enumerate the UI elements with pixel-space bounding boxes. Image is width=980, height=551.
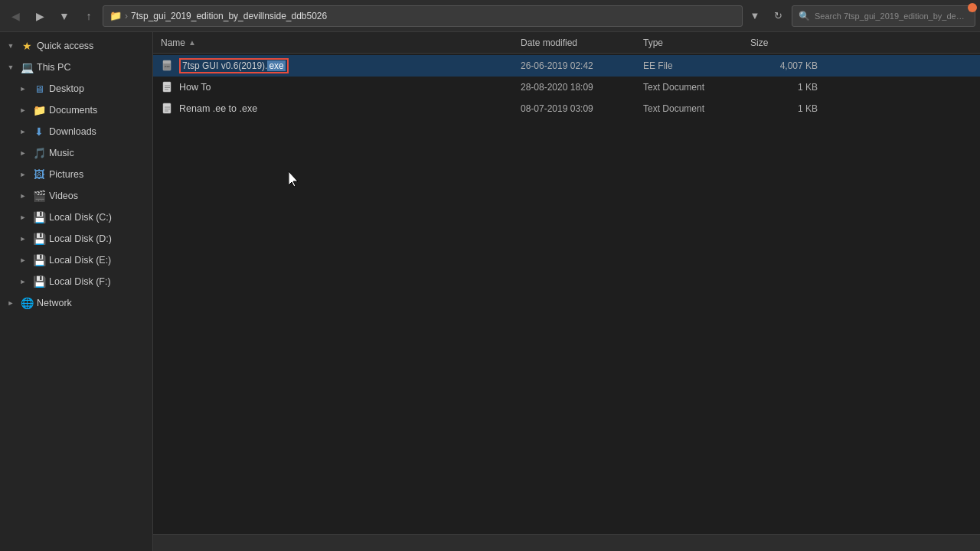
forward-button[interactable]: ▶ [29, 5, 51, 27]
file-date: 28-08-2020 18:09 [516, 82, 639, 93]
local-d-label: Local Disk (D:) [49, 233, 112, 244]
refresh-button[interactable]: ↻ [767, 5, 789, 27]
expand-network[interactable]: ► [5, 297, 17, 309]
file-name: How To [179, 82, 211, 93]
file-size: 1 KB [746, 82, 822, 93]
expand-local-e[interactable]: ► [17, 254, 29, 266]
local-e-label: Local Disk (E:) [49, 255, 111, 266]
col-header-name[interactable]: Name ▲ [156, 32, 516, 53]
txt-file-icon [161, 80, 175, 94]
quick-access-label: Quick access [37, 41, 93, 51]
pictures-icon: 🖼 [32, 168, 46, 181]
sidebar-item-desktop[interactable]: ► 🖥 Desktop [0, 78, 152, 99]
file-list: .exe 7tsp GUI v0.6(2019).exe 26-06-2019 … [153, 54, 980, 534]
local-c-label: Local Disk (C:) [49, 212, 112, 223]
svg-text:.exe: .exe [164, 64, 170, 68]
downloads-icon: ⬇ [32, 125, 46, 139]
file-size: 4,007 KB [746, 60, 822, 71]
expand-local-c[interactable]: ► [17, 211, 29, 223]
address-path[interactable]: 7tsp_gui_2019_edition_by_devillnside_ddb… [131, 11, 327, 21]
expand-quick-access[interactable]: ▼ [5, 40, 17, 52]
col-header-date[interactable]: Date modified [516, 32, 639, 53]
search-box[interactable]: 🔍 Search 7tsp_gui_2019_edition_by_devill… [792, 5, 975, 27]
drive-d-icon: 💾 [32, 232, 46, 246]
file-name-cell: .exe 7tsp GUI v0.6(2019).exe [156, 58, 516, 73]
desktop-icon: 🖥 [32, 82, 46, 96]
sidebar-item-this-pc[interactable]: ▼ 💻 This PC [0, 57, 152, 78]
sidebar-item-documents[interactable]: ► 📁 Documents [0, 99, 152, 121]
sidebar-item-downloads[interactable]: ► ⬇ Downloads [0, 121, 152, 142]
sidebar-item-local-d[interactable]: ► 💾 Local Disk (D:) [0, 228, 152, 249]
sidebar-item-local-c[interactable]: ► 💾 Local Disk (C:) [0, 207, 152, 228]
file-type: EE File [639, 60, 746, 71]
sidebar-item-network[interactable]: ► 🌐 Network [0, 292, 152, 314]
svg-rect-7 [163, 103, 171, 113]
rename-container[interactable]: 7tsp GUI v0.6(2019).exe [179, 58, 289, 73]
address-bar: ◀ ▶ ▼ ↑ 📁 › 7tsp_gui_2019_edition_by_dev… [0, 0, 980, 32]
drive-f-icon: 💾 [32, 275, 46, 289]
search-placeholder: Search 7tsp_gui_2019_edition_by_devillns… [815, 11, 969, 21]
rename-prefix: 7tsp GUI v0.6(2019). [182, 60, 267, 71]
music-icon: 🎵 [32, 146, 46, 160]
network-icon: 🌐 [20, 296, 34, 310]
file-size: 1 KB [746, 103, 822, 114]
status-bar [153, 534, 980, 551]
downloads-label: Downloads [49, 126, 96, 137]
expand-videos[interactable]: ► [17, 190, 29, 202]
expand-local-f[interactable]: ► [17, 276, 29, 288]
pictures-label: Pictures [49, 169, 83, 180]
table-row[interactable]: Renam .ee to .exe 08-07-2019 03:09 Text … [153, 98, 980, 119]
star-icon: ★ [20, 39, 34, 53]
file-name-cell: Renam .ee to .exe [156, 102, 516, 116]
file-type: Text Document [639, 82, 746, 93]
this-pc-label: This PC [37, 62, 70, 73]
expand-local-d[interactable]: ► [17, 233, 29, 245]
sidebar-item-music[interactable]: ► 🎵 Music [0, 142, 152, 164]
expand-this-pc[interactable]: ▼ [5, 61, 17, 73]
file-name: Renam .ee to .exe [179, 103, 257, 114]
exe-file-icon: .exe [161, 59, 175, 73]
txt-file-icon [161, 102, 175, 116]
file-list-header: Name ▲ Date modified Type Size [153, 32, 980, 54]
drive-e-icon: 💾 [32, 253, 46, 267]
pc-icon: 💻 [20, 60, 34, 74]
expand-pictures[interactable]: ► [17, 168, 29, 181]
table-row[interactable]: How To 28-08-2020 18:09 Text Document 1 … [153, 77, 980, 98]
expand-desktop[interactable]: ► [17, 83, 29, 95]
desktop-label: Desktop [49, 83, 84, 94]
sidebar: ▼ ★ Quick access ▼ 💻 This PC ► 🖥 Desktop… [0, 32, 153, 551]
expand-music[interactable]: ► [17, 147, 29, 159]
main-layout: ▼ ★ Quick access ▼ 💻 This PC ► 🖥 Desktop… [0, 32, 980, 551]
up-button[interactable]: ↑ [78, 5, 100, 27]
sidebar-item-local-e[interactable]: ► 💾 Local Disk (E:) [0, 249, 152, 271]
col-header-type[interactable]: Type [639, 32, 746, 53]
file-name-cell: How To [156, 80, 516, 94]
sidebar-item-local-f[interactable]: ► 💾 Local Disk (F:) [0, 271, 152, 292]
sidebar-item-videos[interactable]: ► 🎬 Videos [0, 185, 152, 207]
sidebar-item-quick-access[interactable]: ▼ ★ Quick access [0, 35, 152, 57]
folder-icon: 📁 [109, 10, 122, 21]
search-icon: 🔍 [799, 11, 810, 21]
table-row[interactable]: .exe 7tsp GUI v0.6(2019).exe 26-06-2019 … [153, 55, 980, 77]
expand-documents[interactable]: ► [17, 104, 29, 116]
documents-icon: 📁 [32, 103, 46, 117]
drive-c-icon: 💾 [32, 210, 46, 224]
documents-label: Documents [49, 105, 97, 116]
file-type: Text Document [639, 103, 746, 114]
address-dropdown[interactable]: ▼ [746, 5, 764, 27]
expand-downloads[interactable]: ► [17, 126, 29, 138]
videos-label: Videos [49, 191, 78, 201]
network-label: Network [37, 298, 72, 308]
local-f-label: Local Disk (F:) [49, 276, 111, 287]
back-button[interactable]: ◀ [5, 5, 26, 27]
file-date: 26-06-2019 02:42 [516, 60, 639, 71]
dropdown-button[interactable]: ▼ [54, 5, 75, 27]
music-label: Music [49, 148, 74, 158]
file-date: 08-07-2019 03:09 [516, 103, 639, 114]
svg-rect-3 [163, 82, 171, 92]
sidebar-item-pictures[interactable]: ► 🖼 Pictures [0, 164, 152, 185]
col-header-size[interactable]: Size [746, 32, 822, 53]
videos-icon: 🎬 [32, 189, 46, 203]
rename-suffix[interactable]: exe [267, 60, 285, 71]
sort-arrow-up: ▲ [188, 38, 196, 47]
